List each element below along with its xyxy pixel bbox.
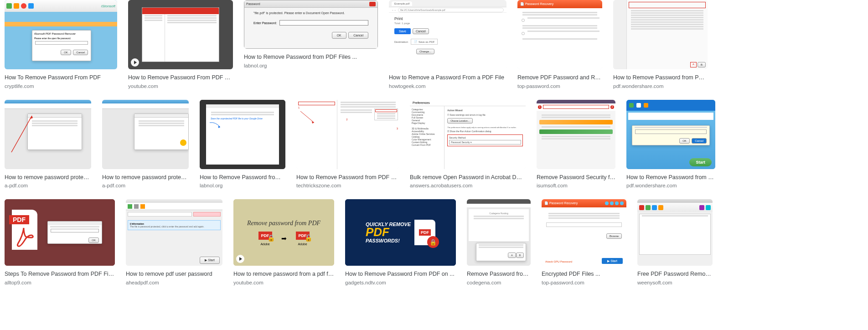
result-title[interactable]: Remove Password Security from P...	[537, 174, 615, 182]
image-result-card[interactable]: How to remove password protection fo...a…	[5, 100, 91, 189]
image-result-card[interactable]: 1 2 Remove Password Security from P...is…	[537, 100, 615, 189]
result-title[interactable]: Encrypted PDF Files ...	[542, 270, 626, 278]
result-title[interactable]: How to Remove Password from PDF File ...	[613, 74, 708, 82]
image-result-card[interactable]: 📄 Password Recovery Remove PDF Password …	[517, 0, 602, 89]
result-thumbnail[interactable]	[637, 199, 713, 266]
result-thumbnail[interactable]: Save the unprotected PDF file to your Go…	[200, 100, 285, 169]
result-thumbnail[interactable]: 1 2 3	[296, 100, 399, 169]
result-thumbnail[interactable]: PDF OK	[5, 199, 115, 266]
result-title[interactable]: How to remove password protection fo...	[5, 174, 91, 182]
result-source[interactable]: youtube.com	[128, 83, 233, 89]
result-thumbnail[interactable]: Password "file.pdf" is protected. Please…	[244, 0, 378, 49]
image-result-card[interactable]: ℹ Information The file is password prote…	[126, 199, 222, 285]
result-title[interactable]: How to Remove a Password From a PDF File	[389, 74, 506, 82]
image-result-card[interactable]: How to remove password protection fo...a…	[102, 100, 189, 189]
result-source[interactable]: answers.acrobatusers.com	[410, 183, 526, 188]
play-icon	[236, 255, 244, 263]
result-title[interactable]: Free PDF Password Remover Dow...	[637, 270, 713, 278]
result-source[interactable]: youtube.com	[233, 280, 334, 285]
result-thumbnail[interactable]	[5, 100, 91, 169]
result-source[interactable]: labnol.org	[200, 183, 285, 188]
svg-marker-1	[30, 116, 33, 119]
image-result-card[interactable]: Password "file.pdf" is protected. Please…	[244, 0, 378, 68]
result-title[interactable]: Bulk remove Open Password in Acrobat DC …	[410, 174, 526, 182]
result-source[interactable]: pdf.wondershare.com	[626, 183, 715, 188]
result-source[interactable]: labnol.org	[244, 63, 378, 68]
result-thumbnail[interactable]: AB	[613, 0, 708, 69]
result-thumbnail[interactable]	[128, 0, 233, 69]
image-result-card[interactable]: How to Remove Password From PDF Files ..…	[128, 0, 233, 89]
result-title[interactable]: How to remove password from a pdf file .…	[233, 270, 334, 278]
result-title[interactable]: How to remove password protection fo...	[102, 174, 189, 182]
result-title[interactable]: Steps To Remove Password from PDF Files …	[5, 270, 115, 278]
result-title[interactable]: How To Remove Password From PDF	[5, 74, 117, 82]
image-result-card[interactable]: Free PDF Password Remover Dow...weenysof…	[637, 199, 713, 285]
result-thumbnail[interactable]: OK Cancel Start	[626, 100, 715, 169]
result-title[interactable]: How to Remove Password From PDF on ...	[345, 270, 456, 278]
result-source[interactable]: alltop9.com	[5, 280, 115, 285]
result-thumbnail[interactable]	[102, 100, 189, 169]
result-title[interactable]: How to Remove Password from PDF without …	[296, 174, 399, 182]
image-result-card[interactable]: Remove password from PDF PDF🔒 Adobe ➡ PD…	[233, 199, 334, 285]
image-result-card[interactable]: iStonsoft iStonsoft PDF Password Remover…	[5, 0, 117, 89]
result-source[interactable]: top-password.com	[542, 280, 626, 285]
image-result-card[interactable]: Preferences Categories:CommentingDocumen…	[410, 100, 526, 189]
result-thumbnail[interactable]: 📄 Password Recovery Browse Attack GPU Pa…	[542, 199, 626, 266]
result-source[interactable]: pdf.wondershare.com	[613, 83, 708, 89]
image-result-card[interactable]: QUICKLY REMOVE PDF PASSWORDS! PDF 🔒 How …	[345, 199, 456, 285]
svg-line-3	[300, 111, 314, 123]
image-result-card[interactable]: Codegena Hosting AB Remove Password from…	[467, 199, 531, 285]
image-result-card[interactable]: 1 2 3 How to Remove Password from PDF wi…	[296, 100, 399, 189]
image-result-card[interactable]: 📄 Password Recovery Browse Attack GPU Pa…	[542, 199, 626, 285]
result-source[interactable]: isumsoft.com	[537, 183, 615, 188]
result-thumbnail[interactable]: 📄 Password Recovery	[517, 0, 602, 69]
result-title[interactable]: How to Remove Password from PDF File ...	[626, 174, 715, 182]
result-source[interactable]: aheadpdf.com	[126, 280, 222, 285]
result-title[interactable]: How to Remove Password from PDF Files ..…	[244, 53, 378, 62]
image-result-card[interactable]: Example.pdf ←→file:///C:/Users/chris/Dow…	[389, 0, 506, 89]
result-title[interactable]: How to Remove Password from PDF Fi...	[200, 174, 285, 182]
result-source[interactable]: codegena.com	[467, 280, 531, 285]
result-thumbnail[interactable]: iStonsoft iStonsoft PDF Password Remover…	[5, 0, 117, 69]
result-thumbnail[interactable]: 1 2	[537, 100, 615, 169]
play-icon	[131, 58, 139, 67]
image-result-card[interactable]: PDF OK Steps To Remove Password from PDF…	[5, 199, 115, 285]
result-thumbnail[interactable]: Codegena Hosting AB	[467, 199, 531, 266]
result-thumbnail[interactable]: Preferences Categories:CommentingDocumen…	[410, 100, 526, 169]
result-thumbnail[interactable]: Remove password from PDF PDF🔒 Adobe ➡ PD…	[233, 199, 334, 266]
result-source[interactable]: cryptlife.com	[5, 83, 117, 89]
result-thumbnail[interactable]: Example.pdf ←→file:///C:/Users/chris/Dow…	[389, 0, 506, 69]
result-title[interactable]: Remove PDF Password and Restrictio...	[517, 74, 602, 82]
result-thumbnail[interactable]: QUICKLY REMOVE PDF PASSWORDS! PDF 🔒	[345, 199, 456, 266]
result-title[interactable]: How to Remove Password From PDF Files ..…	[128, 74, 233, 82]
image-result-card[interactable]: AB How to Remove Password from PDF File …	[613, 0, 708, 89]
result-source[interactable]: gadgets.ndtv.com	[345, 280, 456, 285]
svg-line-0	[11, 116, 32, 152]
result-source[interactable]: top-password.com	[517, 83, 602, 89]
result-source[interactable]: techtrickszone.com	[296, 183, 399, 188]
result-source[interactable]: a-pdf.com	[5, 183, 91, 188]
result-source[interactable]: howtogeek.com	[389, 83, 506, 89]
image-result-card[interactable]: OK Cancel Start How to Remove Password f…	[626, 100, 715, 189]
result-thumbnail[interactable]: ℹ Information The file is password prote…	[126, 199, 222, 266]
result-source[interactable]: a-pdf.com	[102, 183, 189, 188]
result-title[interactable]: Remove Password from PDF...	[467, 270, 531, 278]
image-result-card[interactable]: Save the unprotected PDF file to your Go…	[200, 100, 285, 189]
result-source[interactable]: weenysoft.com	[637, 280, 713, 285]
result-title[interactable]: How to remove pdf user password	[126, 270, 222, 278]
